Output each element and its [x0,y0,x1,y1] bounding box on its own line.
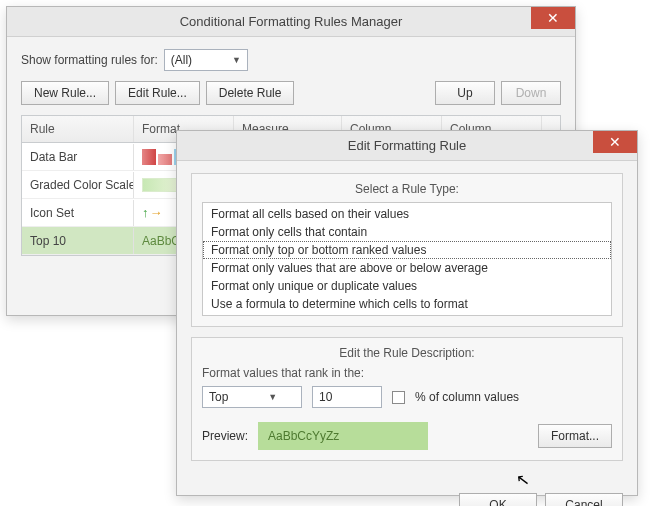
chevron-down-icon: ▼ [232,55,241,65]
close-icon[interactable]: ✕ [531,7,575,29]
rules-manager-titlebar: Conditional Formatting Rules Manager ✕ [7,7,575,37]
cell-rule: Top 10 [22,228,134,254]
show-rules-dropdown[interactable]: (All) ▼ [164,49,248,71]
show-rules-value: (All) [171,53,192,67]
up-button[interactable]: Up [435,81,495,105]
arrow-up-icon: ↑ [142,205,150,220]
rule-type-item[interactable]: Use a formula to determine which cells t… [203,295,611,313]
rank-count-value: 10 [319,390,332,404]
arrow-right-icon: → [150,205,164,220]
rule-type-group: Select a Rule Type: Format all cells bas… [191,173,623,327]
format-button[interactable]: Format... [538,424,612,448]
rank-count-input[interactable]: 10 [312,386,382,408]
rule-type-item[interactable]: Format only values that are above or bel… [203,259,611,277]
rule-type-item-selected[interactable]: Format only top or bottom ranked values [203,241,611,259]
header-rule[interactable]: Rule [22,116,134,142]
cell-rule: Graded Color Scale [22,172,134,198]
chevron-down-icon: ▼ [268,392,277,402]
preview-text: AaBbCcYyZz [268,429,339,443]
cell-rule: Data Bar [22,144,134,170]
rule-type-item[interactable]: Format only cells that contain [203,223,611,241]
percent-checkbox[interactable] [392,391,405,404]
rules-manager-title: Conditional Formatting Rules Manager [7,14,575,29]
ok-button[interactable]: OK [459,493,537,506]
edit-rule-titlebar: Edit Formatting Rule ✕ [177,131,637,161]
rule-type-list[interactable]: Format all cells based on their values F… [202,202,612,316]
rule-type-item[interactable]: Format all cells based on their values [203,205,611,223]
cancel-button[interactable]: Cancel [545,493,623,506]
preview-box: AaBbCcYyZz [258,422,428,450]
down-button[interactable]: Down [501,81,561,105]
new-rule-button[interactable]: New Rule... [21,81,109,105]
rule-description-caption: Edit the Rule Description: [202,346,612,360]
rank-direction-value: Top [209,390,228,404]
cell-rule: Icon Set [22,200,134,226]
delete-rule-button[interactable]: Delete Rule [206,81,295,105]
preview-label: Preview: [202,429,248,443]
percent-label: % of column values [415,390,519,404]
edit-rule-content: Select a Rule Type: Format all cells bas… [177,161,637,483]
rule-description-group: Edit the Rule Description: Format values… [191,337,623,461]
rule-type-item[interactable]: Format only unique or duplicate values [203,277,611,295]
show-rules-label: Show formatting rules for: [21,53,158,67]
rank-direction-dropdown[interactable]: Top ▼ [202,386,302,408]
rank-label: Format values that rank in the: [202,366,612,380]
edit-rule-title: Edit Formatting Rule [177,138,637,153]
close-icon[interactable]: ✕ [593,131,637,153]
rule-type-caption: Select a Rule Type: [202,182,612,196]
edit-rule-button[interactable]: Edit Rule... [115,81,200,105]
edit-rule-window: Edit Formatting Rule ✕ Select a Rule Typ… [176,130,638,496]
